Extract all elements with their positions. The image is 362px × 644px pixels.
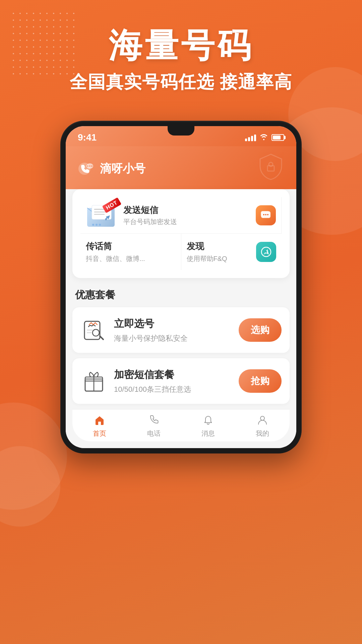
nav-label-home: 首页	[93, 429, 106, 438]
svg-point-17	[96, 224, 98, 226]
app-logo: 滴呀小号	[78, 160, 145, 177]
svg-point-4	[92, 166, 93, 167]
header-section: 海量号码 全国真实号码任选 接通率高	[0, 27, 362, 94]
package-info-2: 加密短信套餐 10/50/100条三挡任意选	[114, 368, 232, 394]
sms-bubble-icon	[256, 205, 276, 225]
sms-title: 发送短信	[123, 204, 252, 216]
package-card-1: 立即选号 海量小号保护隐私安全 选购	[72, 307, 290, 353]
package-name-2: 加密短信套餐	[114, 368, 232, 382]
main-title: 海量号码	[0, 27, 362, 64]
app-content: HOT 发送短信 平台号码加密发送	[66, 189, 296, 448]
svg-point-21	[265, 214, 266, 215]
phone-notch	[168, 126, 194, 136]
app-header: 滴呀小号	[66, 146, 296, 195]
wifi-icon	[259, 133, 268, 142]
svg-line-27	[100, 336, 103, 339]
nav-item-mine[interactable]: 我的	[235, 415, 290, 438]
chuanhuatong-feature[interactable]: 传话筒 抖音、微信、微博...	[80, 234, 181, 270]
nav-item-phone[interactable]: 电话	[127, 415, 181, 438]
package-icon-2	[80, 368, 107, 394]
signal-icon	[245, 134, 256, 141]
battery-icon	[272, 134, 284, 141]
home-icon	[94, 415, 105, 427]
svg-point-22	[267, 214, 268, 215]
app-logo-icon	[78, 160, 95, 177]
chuanhuatong-title: 传话筒	[86, 240, 176, 252]
shield-icon	[257, 153, 284, 184]
svg-point-3	[89, 166, 90, 167]
sms-desc: 平台号码加密发送	[123, 217, 252, 226]
svg-point-2	[87, 166, 88, 167]
package-info-1: 立即选号 海量小号保护隐私安全	[114, 317, 232, 343]
envelope-icon: HOT	[86, 203, 119, 228]
app-name: 滴呀小号	[100, 161, 145, 176]
phone-icon	[148, 415, 159, 427]
status-icons	[245, 133, 284, 142]
status-time: 9:41	[78, 132, 97, 143]
section-title: 优惠套餐	[75, 288, 290, 302]
chuanhuatong-desc: 抖音、微信、微博...	[86, 254, 176, 263]
package-icon-1	[80, 317, 107, 343]
discover-feature[interactable]: 发现 使用帮助F&Q	[181, 234, 282, 270]
package-desc-2: 10/50/100条三挡任意选	[114, 384, 232, 394]
discover-bubble-icon	[256, 242, 276, 262]
svg-point-36	[260, 416, 264, 420]
nav-item-home[interactable]: 首页	[72, 415, 127, 438]
svg-point-18	[99, 224, 101, 226]
phone-outer: 9:41	[60, 121, 302, 453]
svg-rect-35	[98, 422, 101, 425]
svg-point-20	[263, 214, 264, 215]
svg-point-25	[265, 251, 267, 253]
package-card-2: 加密短信套餐 10/50/100条三挡任意选 抢购	[72, 358, 290, 404]
package-btn-1[interactable]: 选购	[239, 318, 282, 342]
nav-label-phone: 电话	[147, 429, 161, 438]
phone-screen: 9:41	[66, 126, 296, 448]
feature-card: HOT 发送短信 平台号码加密发送	[72, 189, 290, 278]
package-name-1: 立即选号	[114, 317, 232, 331]
sub-title: 全国真实号码任选 接通率高	[0, 70, 362, 94]
nav-label-mine: 我的	[256, 429, 269, 438]
package-desc-1: 海量小号保护隐私安全	[114, 333, 232, 343]
svg-point-16	[92, 224, 94, 226]
bottom-nav: 首页 电话	[72, 409, 290, 441]
nav-label-message: 消息	[201, 429, 215, 438]
nav-item-message[interactable]: 消息	[181, 415, 235, 438]
package-btn-2[interactable]: 抢购	[239, 369, 282, 393]
phone-mockup: 9:41	[60, 121, 302, 453]
sms-feature-item[interactable]: HOT 发送短信 平台号码加密发送	[80, 197, 282, 233]
user-icon	[257, 415, 268, 427]
bell-icon	[203, 415, 214, 427]
